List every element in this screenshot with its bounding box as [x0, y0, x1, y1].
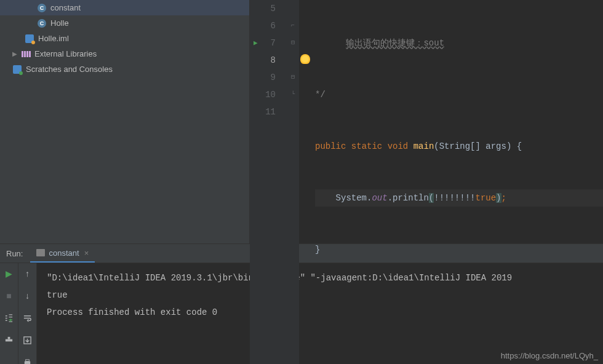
code-text: public [315, 141, 346, 151]
line-number: ▶7 [250, 34, 276, 52]
svg-rect-2 [26, 51, 28, 57]
library-icon [21, 49, 31, 59]
fold-marker[interactable]: └ [287, 86, 299, 103]
code-text: ) [496, 193, 501, 203]
code-text: void [388, 141, 409, 151]
line-number: 10 [250, 86, 276, 103]
code-content[interactable]: 输出语句的快捷键：sout */ public static void main… [313, 0, 603, 364]
console-icon [36, 249, 45, 256]
tree-label: Scratches and Consoles [26, 65, 113, 74]
down-button[interactable]: ↓ [21, 289, 34, 303]
stop-button[interactable]: ■ [2, 289, 16, 303]
svg-rect-3 [29, 51, 31, 57]
class-icon: C [37, 18, 47, 28]
print-button[interactable] [21, 355, 34, 364]
tree-label: Holle.iml [38, 34, 69, 43]
tree-item-holle[interactable]: C Holle [0, 15, 249, 31]
line-number: 8 [250, 52, 276, 69]
code-text: sout [423, 38, 444, 48]
line-gutter[interactable]: 5 6 ▶7 8 9 10 11 [250, 0, 287, 364]
code-text: System. [336, 193, 372, 203]
iml-icon [25, 34, 34, 44]
tree-item-external-libraries[interactable]: ▶ External Libraries [0, 46, 249, 61]
code-text: true [475, 193, 496, 203]
svg-rect-8 [26, 359, 30, 361]
code-text: !!!!!!!! [434, 193, 475, 203]
line-number: 11 [250, 103, 276, 121]
line-number: 5 [250, 0, 276, 17]
code-text: ; [501, 193, 506, 203]
code-text: .println [388, 193, 429, 203]
layout-button[interactable] [2, 311, 16, 325]
run-title: Run: [1, 249, 28, 258]
tree-item-constant[interactable]: C constant [0, 0, 249, 15]
code-text: out [372, 193, 387, 203]
run-toolbar-primary: ▶ ■ [0, 263, 18, 364]
class-icon: C [37, 3, 47, 13]
scroll-end-button[interactable] [21, 333, 34, 347]
run-tab[interactable]: constant × [30, 244, 95, 263]
svg-rect-4 [6, 339, 12, 341]
expand-arrow-icon[interactable]: ▶ [12, 50, 18, 57]
close-icon[interactable]: × [84, 248, 89, 258]
pin-button[interactable] [2, 333, 16, 347]
run-gutter-icon[interactable]: ▶ [254, 34, 258, 52]
svg-rect-0 [22, 51, 23, 57]
code-text: ( [429, 193, 434, 203]
scratches-icon [12, 65, 22, 74]
svg-rect-5 [8, 336, 10, 339]
code-text: main [413, 141, 434, 151]
project-tree: C constant C Holle Holle.iml ▶ External … [0, 0, 250, 243]
fold-column[interactable]: ⌐ ⊟ ⊟ └ [287, 0, 299, 364]
code-editor[interactable]: 5 6 ▶7 8 9 10 11 ⌐ ⊟ ⊟ └ 输出语 [250, 0, 603, 243]
intention-bulb-icon[interactable] [300, 54, 310, 64]
tree-item-scratches[interactable]: Scratches and Consoles [0, 61, 249, 77]
code-text: 输出语句的快捷键： [346, 38, 423, 48]
fold-marker[interactable]: ⊟ [287, 34, 299, 52]
tree-label: External Libraries [34, 49, 97, 58]
watermark: https://blog.csdn.net/LQyh_ [501, 351, 598, 360]
fold-marker[interactable]: ⌐ [287, 17, 299, 34]
code-text: (String[] args) { [434, 141, 522, 151]
run-tab-label: constant [49, 248, 79, 258]
tree-label: constant [50, 3, 81, 12]
line-number: 6 [250, 17, 276, 34]
wrap-button[interactable] [21, 311, 34, 325]
up-button[interactable]: ↑ [21, 267, 34, 280]
tree-item-iml[interactable]: Holle.iml [0, 31, 249, 46]
rerun-button[interactable]: ▶ [2, 267, 16, 280]
code-text: static [351, 141, 382, 151]
code-text: } [315, 245, 320, 255]
line-number: 9 [250, 69, 276, 86]
svg-rect-1 [24, 51, 26, 57]
fold-marker[interactable]: ⊟ [287, 69, 299, 86]
tree-label: Holle [50, 18, 69, 28]
code-text: */ [315, 90, 325, 100]
run-toolbar-secondary: ↑ ↓ [18, 263, 37, 364]
